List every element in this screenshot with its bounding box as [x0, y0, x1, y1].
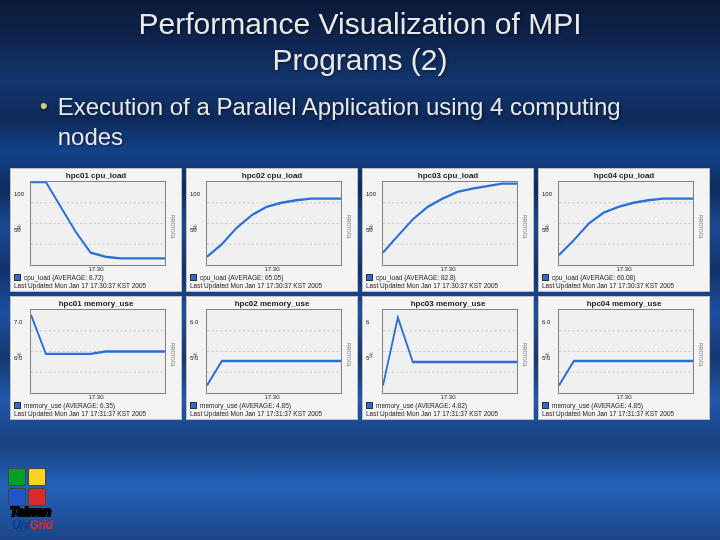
legend-swatch — [190, 402, 197, 409]
x-tick: 17:30 — [188, 394, 356, 401]
chart-legend: cpu_load (AVERAGE: 82.8) — [364, 273, 532, 282]
rrdtool-tag: RRDTOOL — [344, 311, 354, 399]
bullet-list: • Execution of a Parallel Application us… — [0, 78, 720, 152]
legend-swatch — [14, 402, 21, 409]
y-tick-mid: 5.0 — [190, 355, 198, 361]
y-tick-mid: 6.0 — [14, 355, 22, 361]
last-updated: Last Updated Mon Jan 17 17:31:37 KST 200… — [364, 410, 532, 418]
y-tick-top: 100 — [542, 191, 552, 197]
legend-swatch — [542, 274, 549, 281]
chart-panel: hpc04 cpu_load%10050RRDTOOL17:30cpu_load… — [538, 168, 710, 292]
legend-swatch — [190, 274, 197, 281]
legend-text: memory_use (AVERAGE: 4.85) — [200, 402, 291, 409]
legend-text: memory_use (AVERAGE: 4.82) — [376, 402, 467, 409]
plot-area — [382, 309, 518, 394]
legend-text: cpu_load (AVERAGE: 82.8) — [376, 274, 456, 281]
rrdtool-tag: RRDTOOL — [168, 183, 178, 271]
chart-title: hpc02 memory_use — [188, 298, 356, 309]
x-tick: 17:30 — [540, 394, 708, 401]
x-tick: 17:30 — [364, 266, 532, 273]
rrdtool-tag: RRDTOOL — [344, 183, 354, 271]
rrdtool-tag: RRDTOOL — [696, 183, 706, 271]
slide-title: Performance Visualization of MPI Program… — [0, 0, 720, 78]
last-updated: Last Updated Mon Jan 17 17:31:37 KST 200… — [188, 410, 356, 418]
chart-legend: cpu_load (AVERAGE: 60.08) — [540, 273, 708, 282]
y-tick-top: 100 — [190, 191, 200, 197]
logo-text-2a: Uni — [12, 518, 30, 532]
rrdtool-tag: RRDTOOL — [168, 311, 178, 399]
chart-legend: memory_use (AVERAGE: 4.85) — [188, 401, 356, 410]
logo-square-yellow — [28, 468, 46, 486]
chart-panel: hpc03 memory_use%65RRDTOOL17:30memory_us… — [362, 296, 534, 420]
bullet-text: Execution of a Parallel Application usin… — [58, 92, 680, 152]
legend-text: cpu_load (AVERAGE: 8.72) — [24, 274, 104, 281]
x-tick: 17:30 — [540, 266, 708, 273]
chart-grid: hpc01 cpu_load%10050RRDTOOL17:30cpu_load… — [10, 168, 710, 420]
last-updated: Last Updated Mon Jan 17 17:30:37 KST 200… — [12, 282, 180, 290]
plot-area — [206, 181, 342, 266]
last-updated: Last Updated Mon Jan 17 17:30:37 KST 200… — [188, 282, 356, 290]
chart-panel: hpc02 memory_use%6.05.0RRDTOOL17:30memor… — [186, 296, 358, 420]
plot-area — [206, 309, 342, 394]
bullet-item: • Execution of a Parallel Application us… — [40, 92, 680, 152]
x-tick: 17:30 — [12, 266, 180, 273]
last-updated: Last Updated Mon Jan 17 17:30:37 KST 200… — [540, 282, 708, 290]
plot-area — [382, 181, 518, 266]
logo-text-2: UniGrid — [12, 518, 53, 532]
legend-swatch — [366, 402, 373, 409]
legend-swatch — [14, 274, 21, 281]
plot-area — [30, 309, 166, 394]
chart-title: hpc03 cpu_load — [364, 170, 532, 181]
y-tick-mid: 50 — [366, 227, 373, 233]
chart-legend: cpu_load (AVERAGE: 65.05) — [188, 273, 356, 282]
logo-square-green — [8, 468, 26, 486]
y-tick-mid: 5.0 — [542, 355, 550, 361]
legend-text: memory_use (AVERAGE: 6.35) — [24, 402, 115, 409]
chart-panel: hpc03 cpu_load%10050RRDTOOL17:30cpu_load… — [362, 168, 534, 292]
chart-panel: hpc04 memory_use%6.05.0RRDTOOL17:30memor… — [538, 296, 710, 420]
legend-text: cpu_load (AVERAGE: 65.05) — [200, 274, 283, 281]
x-tick: 17:30 — [188, 266, 356, 273]
x-tick: 17:30 — [12, 394, 180, 401]
legend-text: memory_use (AVERAGE: 4.85) — [552, 402, 643, 409]
legend-swatch — [542, 402, 549, 409]
chart-title: hpc03 memory_use — [364, 298, 532, 309]
rrdtool-tag: RRDTOOL — [520, 311, 530, 399]
rrdtool-tag: RRDTOOL — [696, 311, 706, 399]
last-updated: Last Updated Mon Jan 17 17:30:37 KST 200… — [364, 282, 532, 290]
y-tick-mid: 50 — [14, 227, 21, 233]
plot-area — [558, 181, 694, 266]
y-tick-top: 7.0 — [14, 319, 22, 325]
y-tick-mid: 50 — [542, 227, 549, 233]
legend-swatch — [366, 274, 373, 281]
chart-title: hpc04 memory_use — [540, 298, 708, 309]
chart-legend: memory_use (AVERAGE: 4.82) — [364, 401, 532, 410]
chart-panel: hpc01 memory_use%7.06.0RRDTOOL17:30memor… — [10, 296, 182, 420]
chart-legend: memory_use (AVERAGE: 6.35) — [12, 401, 180, 410]
y-tick-top: 100 — [366, 191, 376, 197]
logo-text-2b: Grid — [30, 518, 53, 532]
bullet-icon: • — [40, 92, 48, 120]
y-tick-mid: 5 — [366, 355, 369, 361]
chart-legend: cpu_load (AVERAGE: 8.72) — [12, 273, 180, 282]
last-updated: Last Updated Mon Jan 17 17:31:37 KST 200… — [540, 410, 708, 418]
logo-text-1a: Tai — [10, 504, 27, 519]
y-tick-top: 6.0 — [542, 319, 550, 325]
chart-title: hpc01 cpu_load — [12, 170, 180, 181]
last-updated: Last Updated Mon Jan 17 17:31:37 KST 200… — [12, 410, 180, 418]
chart-title: hpc01 memory_use — [12, 298, 180, 309]
y-tick-top: 100 — [14, 191, 24, 197]
logo-text-1: Taiwan — [10, 504, 51, 519]
rrdtool-tag: RRDTOOL — [520, 183, 530, 271]
x-tick: 17:30 — [364, 394, 532, 401]
title-line-2: Programs (2) — [272, 43, 447, 76]
chart-title: hpc04 cpu_load — [540, 170, 708, 181]
y-tick-top: 6.0 — [190, 319, 198, 325]
chart-panel: hpc01 cpu_load%10050RRDTOOL17:30cpu_load… — [10, 168, 182, 292]
logo: Taiwan UniGrid — [8, 468, 92, 532]
legend-text: cpu_load (AVERAGE: 60.08) — [552, 274, 635, 281]
chart-legend: memory_use (AVERAGE: 4.85) — [540, 401, 708, 410]
title-line-1: Performance Visualization of MPI — [139, 7, 582, 40]
chart-panel: hpc02 cpu_load%10050RRDTOOL17:30cpu_load… — [186, 168, 358, 292]
plot-area — [30, 181, 166, 266]
